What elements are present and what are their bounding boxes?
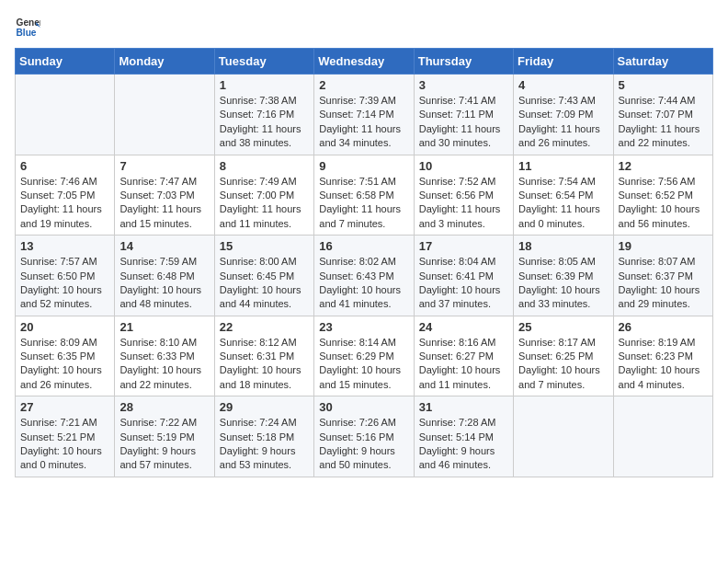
calendar-week-row: 20Sunrise: 8:09 AMSunset: 6:35 PMDayligh… xyxy=(16,316,713,396)
day-number: 7 xyxy=(119,159,209,173)
day-number: 17 xyxy=(419,239,508,253)
day-info: Sunrise: 7:24 AMSunset: 5:18 PMDaylight:… xyxy=(220,416,309,473)
day-number: 10 xyxy=(419,159,508,173)
calendar-body: 1Sunrise: 7:38 AMSunset: 7:16 PMDaylight… xyxy=(16,75,713,477)
calendar-week-row: 13Sunrise: 7:57 AMSunset: 6:50 PMDayligh… xyxy=(16,236,713,316)
day-number: 28 xyxy=(119,400,209,414)
day-info: Sunrise: 7:22 AMSunset: 5:19 PMDaylight:… xyxy=(119,416,209,473)
day-number: 9 xyxy=(319,159,408,173)
calendar-table: SundayMondayTuesdayWednesdayThursdayFrid… xyxy=(15,48,713,477)
day-number: 21 xyxy=(119,320,209,334)
calendar-cell: 23Sunrise: 8:14 AMSunset: 6:29 PMDayligh… xyxy=(314,316,414,396)
day-number: 18 xyxy=(518,239,608,253)
day-header-friday: Friday xyxy=(514,49,613,75)
day-number: 5 xyxy=(619,78,708,92)
day-number: 19 xyxy=(619,239,708,253)
day-info: Sunrise: 8:02 AMSunset: 6:43 PMDaylight:… xyxy=(319,255,408,312)
day-info: Sunrise: 8:00 AMSunset: 6:45 PMDaylight:… xyxy=(220,255,309,312)
calendar-cell: 7Sunrise: 7:47 AMSunset: 7:03 PMDaylight… xyxy=(115,155,214,236)
calendar-cell: 25Sunrise: 8:17 AMSunset: 6:25 PMDayligh… xyxy=(514,316,613,396)
calendar-cell: 27Sunrise: 7:21 AMSunset: 5:21 PMDayligh… xyxy=(16,396,115,477)
day-info: Sunrise: 7:26 AMSunset: 5:16 PMDaylight:… xyxy=(319,416,408,473)
calendar-cell: 10Sunrise: 7:52 AMSunset: 6:56 PMDayligh… xyxy=(414,155,513,236)
calendar-cell: 19Sunrise: 8:07 AMSunset: 6:37 PMDayligh… xyxy=(613,236,712,316)
day-info: Sunrise: 7:49 AMSunset: 7:00 PMDaylight:… xyxy=(220,175,309,232)
calendar-cell: 6Sunrise: 7:46 AMSunset: 7:05 PMDaylight… xyxy=(16,155,115,236)
calendar-cell: 14Sunrise: 7:59 AMSunset: 6:48 PMDayligh… xyxy=(115,236,214,316)
day-info: Sunrise: 7:21 AMSunset: 5:21 PMDaylight:… xyxy=(20,416,109,473)
calendar-cell: 12Sunrise: 7:56 AMSunset: 6:52 PMDayligh… xyxy=(613,155,712,236)
page-header: General Blue xyxy=(15,15,713,40)
calendar-cell: 22Sunrise: 8:12 AMSunset: 6:31 PMDayligh… xyxy=(214,316,313,396)
day-number: 31 xyxy=(419,400,508,414)
calendar-header-row: SundayMondayTuesdayWednesdayThursdayFrid… xyxy=(16,49,713,75)
day-info: Sunrise: 7:52 AMSunset: 6:56 PMDaylight:… xyxy=(419,175,508,232)
day-number: 8 xyxy=(220,159,309,173)
day-info: Sunrise: 7:44 AMSunset: 7:07 PMDaylight:… xyxy=(619,94,708,151)
calendar-cell xyxy=(613,396,712,477)
day-number: 26 xyxy=(619,320,708,334)
day-info: Sunrise: 8:10 AMSunset: 6:33 PMDaylight:… xyxy=(119,336,209,393)
day-info: Sunrise: 7:59 AMSunset: 6:48 PMDaylight:… xyxy=(119,255,209,312)
day-info: Sunrise: 8:17 AMSunset: 6:25 PMDaylight:… xyxy=(518,336,608,393)
day-number: 29 xyxy=(220,400,309,414)
day-number: 24 xyxy=(419,320,508,334)
day-header-sunday: Sunday xyxy=(16,49,115,75)
day-number: 2 xyxy=(319,78,408,92)
day-info: Sunrise: 8:16 AMSunset: 6:27 PMDaylight:… xyxy=(419,336,508,393)
calendar-cell: 21Sunrise: 8:10 AMSunset: 6:33 PMDayligh… xyxy=(115,316,214,396)
calendar-cell: 28Sunrise: 7:22 AMSunset: 5:19 PMDayligh… xyxy=(115,396,214,477)
day-info: Sunrise: 8:05 AMSunset: 6:39 PMDaylight:… xyxy=(518,255,608,312)
day-info: Sunrise: 7:38 AMSunset: 7:16 PMDaylight:… xyxy=(220,94,309,151)
calendar-cell: 1Sunrise: 7:38 AMSunset: 7:16 PMDaylight… xyxy=(214,75,313,155)
calendar-cell: 31Sunrise: 7:28 AMSunset: 5:14 PMDayligh… xyxy=(414,396,513,477)
day-info: Sunrise: 7:56 AMSunset: 6:52 PMDaylight:… xyxy=(619,175,708,232)
calendar-cell: 3Sunrise: 7:41 AMSunset: 7:11 PMDaylight… xyxy=(414,75,513,155)
day-info: Sunrise: 8:09 AMSunset: 6:35 PMDaylight:… xyxy=(20,336,109,393)
day-number: 23 xyxy=(319,320,408,334)
calendar-cell: 4Sunrise: 7:43 AMSunset: 7:09 PMDaylight… xyxy=(514,75,613,155)
day-number: 27 xyxy=(20,400,109,414)
calendar-cell: 29Sunrise: 7:24 AMSunset: 5:18 PMDayligh… xyxy=(214,396,313,477)
svg-text:Blue: Blue xyxy=(17,28,37,38)
calendar-week-row: 1Sunrise: 7:38 AMSunset: 7:16 PMDaylight… xyxy=(16,75,713,155)
day-info: Sunrise: 7:43 AMSunset: 7:09 PMDaylight:… xyxy=(518,94,608,151)
day-number: 11 xyxy=(518,159,608,173)
day-number: 1 xyxy=(220,78,309,92)
calendar-week-row: 6Sunrise: 7:46 AMSunset: 7:05 PMDaylight… xyxy=(16,155,713,236)
day-number: 3 xyxy=(419,78,508,92)
day-number: 14 xyxy=(119,239,209,253)
calendar-cell: 16Sunrise: 8:02 AMSunset: 6:43 PMDayligh… xyxy=(314,236,414,316)
calendar-cell xyxy=(16,75,115,155)
calendar-cell: 11Sunrise: 7:54 AMSunset: 6:54 PMDayligh… xyxy=(514,155,613,236)
calendar-cell: 26Sunrise: 8:19 AMSunset: 6:23 PMDayligh… xyxy=(613,316,712,396)
day-info: Sunrise: 7:46 AMSunset: 7:05 PMDaylight:… xyxy=(20,175,109,232)
calendar-cell: 18Sunrise: 8:05 AMSunset: 6:39 PMDayligh… xyxy=(514,236,613,316)
day-info: Sunrise: 7:54 AMSunset: 6:54 PMDaylight:… xyxy=(518,175,608,232)
calendar-cell: 2Sunrise: 7:39 AMSunset: 7:14 PMDaylight… xyxy=(314,75,414,155)
calendar-cell: 5Sunrise: 7:44 AMSunset: 7:07 PMDaylight… xyxy=(613,75,712,155)
day-number: 15 xyxy=(220,239,309,253)
calendar-cell xyxy=(115,75,214,155)
day-number: 4 xyxy=(518,78,608,92)
day-number: 20 xyxy=(20,320,109,334)
calendar-cell: 13Sunrise: 7:57 AMSunset: 6:50 PMDayligh… xyxy=(16,236,115,316)
day-info: Sunrise: 7:47 AMSunset: 7:03 PMDaylight:… xyxy=(119,175,209,232)
day-number: 6 xyxy=(20,159,109,173)
day-header-monday: Monday xyxy=(115,49,214,75)
day-number: 12 xyxy=(619,159,708,173)
day-number: 30 xyxy=(319,400,408,414)
day-info: Sunrise: 8:14 AMSunset: 6:29 PMDaylight:… xyxy=(319,336,408,393)
calendar-cell xyxy=(514,396,613,477)
calendar-cell: 30Sunrise: 7:26 AMSunset: 5:16 PMDayligh… xyxy=(314,396,414,477)
day-header-thursday: Thursday xyxy=(414,49,513,75)
day-info: Sunrise: 8:07 AMSunset: 6:37 PMDaylight:… xyxy=(619,255,708,312)
day-info: Sunrise: 7:39 AMSunset: 7:14 PMDaylight:… xyxy=(319,94,408,151)
day-header-tuesday: Tuesday xyxy=(214,49,313,75)
day-info: Sunrise: 7:57 AMSunset: 6:50 PMDaylight:… xyxy=(20,255,109,312)
day-header-wednesday: Wednesday xyxy=(314,49,414,75)
day-info: Sunrise: 7:41 AMSunset: 7:11 PMDaylight:… xyxy=(419,94,508,151)
calendar-cell: 8Sunrise: 7:49 AMSunset: 7:00 PMDaylight… xyxy=(214,155,313,236)
day-number: 25 xyxy=(518,320,608,334)
day-info: Sunrise: 7:28 AMSunset: 5:14 PMDaylight:… xyxy=(419,416,508,473)
